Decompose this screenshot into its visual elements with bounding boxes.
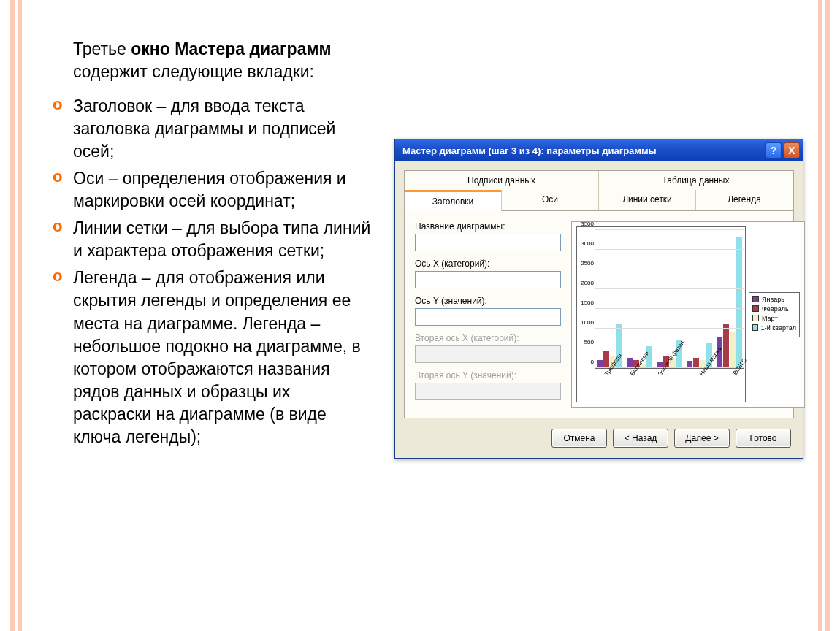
intro-text-tail: содержит следующие вкладки: [73, 62, 314, 81]
bullet-item: Оси – определения отображения и маркиров… [51, 167, 373, 213]
y-tick-label: 3500 [576, 221, 594, 227]
y-tick-label: 0 [576, 359, 594, 365]
help-button[interactable]: ? [765, 142, 782, 158]
dialog-window: Мастер диаграмм (шаг 3 из 4): параметры … [394, 139, 803, 459]
accent-stripe [10, 0, 15, 631]
tab-titles[interactable]: Заголовки [405, 190, 502, 211]
label-axis-y2: Вторая ось Y (значений): [415, 370, 561, 380]
legend-item: Февраль [752, 305, 796, 313]
x-axis-labels: ТрюфеляБатончикиЗолотой фазанНаша маркаВ… [595, 370, 744, 399]
tab-data-labels[interactable]: Подписи данных [405, 171, 599, 190]
bullet-list: Заголовок – для ввода текста заголовка д… [51, 95, 373, 448]
label-axis-y: Ось Y (значений): [415, 296, 561, 306]
intro-paragraph: Третье окно Мастера диаграмм содержит сл… [73, 38, 373, 83]
legend-label: Март [762, 315, 778, 322]
fields-column: Название диаграммы: Ось X (категорий): О… [415, 221, 561, 408]
cancel-button[interactable]: Отмена [551, 429, 607, 448]
tabstrip: Подписи данных Таблица данных Заголовки … [404, 170, 794, 211]
accent-stripe [18, 0, 22, 631]
bullet-item: Легенда – для отображения или скрытия ле… [51, 267, 373, 448]
y-tick-label: 1000 [576, 319, 594, 326]
slide: Третье окно Мастера диаграмм содержит сл… [0, 0, 840, 631]
image-column: Мастер диаграмм (шаг 3 из 4): параметры … [394, 29, 803, 602]
tab-gridlines[interactable]: Линии сетки [599, 190, 696, 210]
legend-swatch [752, 305, 759, 312]
bullet-item: Линии сетки – для выбора типа линий и ха… [51, 217, 373, 262]
description-column: Третье окно Мастера диаграмм содержит сл… [51, 29, 373, 602]
tab-axes[interactable]: Оси [502, 190, 599, 210]
titlebar-buttons: ? X [765, 142, 800, 158]
close-icon: X [788, 145, 795, 156]
tab-data-table[interactable]: Таблица данных [599, 171, 793, 190]
y-tick-label: 1500 [576, 299, 594, 306]
input-axis-x2 [415, 345, 561, 363]
legend-box: ЯнварьФевральМарт1-й квартал [749, 292, 800, 337]
legend-label: Январь [762, 296, 784, 303]
chart-area: 0500100015002000250030003500 ТрюфеляБато… [576, 226, 746, 402]
y-tick-label: 2000 [576, 280, 594, 286]
input-axis-y2 [415, 383, 561, 400]
back-button[interactable]: < Назад [613, 429, 668, 448]
y-tick-label: 2500 [576, 260, 594, 267]
legend-swatch [752, 324, 758, 331]
intro-text: Третье [73, 39, 131, 58]
legend-swatch [752, 315, 759, 321]
finish-button[interactable]: Готово [736, 429, 791, 448]
legend-label: Февраль [762, 305, 789, 313]
accent-stripe [818, 0, 822, 631]
bar [736, 237, 742, 368]
label-axis-x: Ось X (категорий): [415, 259, 561, 269]
titlebar[interactable]: Мастер диаграмм (шаг 3 из 4): параметры … [395, 139, 803, 161]
legend-item: Март [752, 315, 796, 322]
window-title: Мастер диаграмм (шаг 3 из 4): параметры … [402, 145, 657, 156]
legend-item: 1-й квартал [752, 324, 796, 332]
intro-bold: окно Мастера диаграмм [131, 39, 331, 58]
input-axis-x[interactable] [415, 271, 561, 288]
tab-legend[interactable]: Легенда [696, 190, 793, 210]
accent-stripe [825, 0, 830, 631]
dialog-body: Подписи данных Таблица данных Заголовки … [395, 161, 803, 458]
input-chart-title[interactable] [415, 234, 561, 251]
legend-label: 1-й квартал [761, 324, 796, 332]
legend-swatch [752, 296, 759, 302]
tab-panel-titles: Название диаграммы: Ось X (категорий): О… [404, 211, 794, 418]
button-row: Отмена < Назад Далее > Готово [404, 418, 794, 448]
y-tick-label: 3000 [576, 240, 594, 247]
bullet-item: Заголовок – для ввода текста заголовка д… [51, 95, 373, 163]
close-button[interactable]: X [784, 142, 800, 158]
chart-preview: 0500100015002000250030003500 ТрюфеляБато… [571, 221, 805, 408]
label-chart-title: Название диаграммы: [415, 221, 561, 232]
legend-item: Январь [752, 296, 796, 303]
help-icon: ? [771, 145, 777, 156]
label-axis-x2: Вторая ось X (категорий): [415, 333, 561, 343]
next-button[interactable]: Далее > [674, 429, 730, 448]
y-tick-label: 500 [576, 339, 594, 345]
input-axis-y[interactable] [415, 308, 561, 326]
